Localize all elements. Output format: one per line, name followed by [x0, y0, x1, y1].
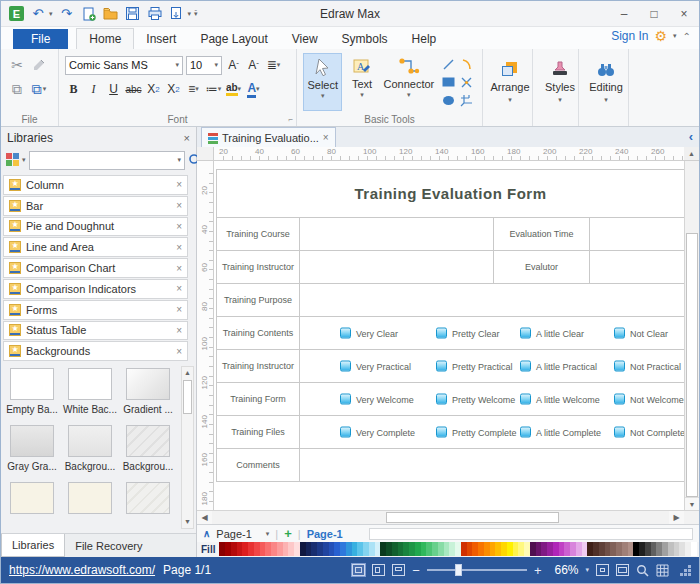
scroll-thumb[interactable]: [183, 380, 192, 414]
checkbox-icon[interactable]: [614, 394, 625, 405]
text-highlight-icon[interactable]: ab▾: [225, 80, 242, 99]
library-item-close-icon[interactable]: ×: [176, 325, 182, 336]
superscript-icon[interactable]: X2: [165, 80, 182, 99]
pagebar-scroll-track[interactable]: [369, 528, 693, 540]
font-dialog-launcher-icon[interactable]: ⌐: [288, 115, 293, 124]
library-item[interactable]: ★Line and Area×: [3, 237, 188, 257]
library-search-input[interactable]: [30, 154, 178, 166]
page-view-icon[interactable]: [372, 564, 385, 576]
subscript-icon[interactable]: X2: [145, 80, 162, 99]
zoom-in-icon[interactable]: +: [534, 563, 542, 578]
styles-button[interactable]: Styles▾: [539, 53, 581, 113]
form-title-row[interactable]: Training Evaluation Form: [217, 170, 684, 218]
form-input-cell[interactable]: [300, 251, 494, 283]
save-icon[interactable]: [125, 6, 141, 22]
library-item-close-icon[interactable]: ×: [176, 346, 182, 357]
library-item-close-icon[interactable]: ×: [176, 221, 182, 232]
tab-symbols[interactable]: Symbols: [330, 29, 400, 49]
shape-thumbnail[interactable]: [126, 425, 170, 457]
zoom-slider-thumb[interactable]: [455, 564, 462, 576]
align-icon[interactable]: ≣▾: [265, 56, 282, 75]
checkbox-icon[interactable]: [436, 328, 447, 339]
library-item-close-icon[interactable]: ×: [176, 283, 182, 294]
library-item[interactable]: ★Forms×: [3, 300, 188, 320]
paste-button[interactable]: ⧉ ▾: [32, 81, 47, 98]
expand-pages-icon[interactable]: ∧: [203, 528, 210, 539]
shape-thumbnail[interactable]: [10, 368, 54, 400]
magnifier-icon[interactable]: [636, 564, 649, 577]
bold-icon[interactable]: B: [65, 80, 82, 99]
document-tab-close-icon[interactable]: ×: [323, 132, 329, 143]
shape-item[interactable]: [9, 482, 55, 514]
arc-tool-icon[interactable]: [460, 58, 473, 71]
app-logo-icon[interactable]: E: [9, 6, 24, 21]
checkbox-icon[interactable]: [436, 394, 447, 405]
libraries-panel-close-icon[interactable]: ×: [184, 132, 190, 144]
scroll-down-icon[interactable]: ▼: [182, 516, 193, 528]
tab-file[interactable]: File: [13, 29, 68, 49]
presentation-view-icon[interactable]: [392, 564, 405, 576]
scroll-up-icon-canvas[interactable]: ▲: [684, 147, 699, 161]
normal-view-icon[interactable]: [352, 564, 365, 576]
checkbox-icon[interactable]: [340, 361, 351, 372]
format-painter-icon[interactable]: [32, 58, 46, 72]
checkbox-icon[interactable]: [520, 361, 531, 372]
checkbox-icon[interactable]: [614, 361, 625, 372]
maximize-button[interactable]: □: [639, 2, 669, 26]
form-input-cell[interactable]: [300, 284, 684, 316]
checkbox-icon[interactable]: [436, 361, 447, 372]
panel-tab-file-recovery[interactable]: File Recovery: [65, 534, 152, 557]
library-item[interactable]: ★Comparison Indicators×: [3, 279, 188, 299]
checkbox-icon[interactable]: [614, 427, 625, 438]
tab-home[interactable]: Home: [76, 28, 134, 49]
shape-thumbnail[interactable]: [10, 482, 54, 514]
checkbox-icon[interactable]: [340, 328, 351, 339]
close-button[interactable]: ×: [669, 2, 699, 26]
shape-thumbnail[interactable]: [10, 425, 54, 457]
library-item-close-icon[interactable]: ×: [176, 263, 182, 274]
sign-in-link[interactable]: Sign In: [611, 29, 648, 43]
font-size-select[interactable]: 10▾: [186, 56, 222, 75]
shape-item[interactable]: [67, 482, 113, 514]
undo-dropdown-caret[interactable]: ▾: [49, 10, 53, 18]
page-selector[interactable]: Page-1▾: [216, 528, 269, 540]
minimize-button[interactable]: –: [609, 2, 639, 26]
checkbox-icon[interactable]: [520, 427, 531, 438]
collapse-ribbon-icon[interactable]: ⌃: [683, 31, 691, 42]
line-tool-icon[interactable]: [442, 58, 455, 71]
panel-tab-libraries[interactable]: Libraries: [1, 534, 65, 557]
connector-tool-button[interactable]: Connector▾: [382, 53, 436, 111]
fit-page-icon[interactable]: [596, 564, 609, 576]
library-item-close-icon[interactable]: ×: [176, 304, 182, 315]
open-folder-icon[interactable]: [103, 6, 119, 22]
search-dropdown-caret[interactable]: ▾: [178, 156, 185, 164]
gear-icon[interactable]: ⚙: [655, 29, 668, 43]
active-page-tab[interactable]: Page-1: [307, 528, 343, 540]
shape-thumbnail[interactable]: [68, 368, 112, 400]
hscroll-right-icon[interactable]: ▶: [669, 511, 684, 524]
tab-page-layout[interactable]: Page Layout: [188, 29, 279, 49]
library-item[interactable]: ★Status Table×: [3, 321, 188, 341]
color-swatch[interactable]: [691, 542, 697, 556]
tab-help[interactable]: Help: [400, 29, 449, 49]
grid-icon[interactable]: [656, 564, 669, 577]
new-document-icon[interactable]: [81, 6, 97, 22]
shape-thumbnail[interactable]: [126, 482, 170, 514]
connection-point-tool-icon[interactable]: [460, 76, 473, 89]
bullets-icon[interactable]: ≔▾: [205, 80, 222, 99]
document-tab[interactable]: Training Evaluatio... ×: [201, 127, 336, 147]
hscroll-thumb[interactable]: [386, 512, 560, 523]
zoom-slider[interactable]: [427, 569, 527, 571]
checkbox-icon[interactable]: [520, 394, 531, 405]
library-menu-caret[interactable]: ▾: [22, 156, 26, 164]
form-input-cell[interactable]: [590, 251, 684, 283]
fit-width-icon[interactable]: [616, 564, 629, 576]
library-item-close-icon[interactable]: ×: [176, 200, 182, 211]
checkbox-icon[interactable]: [614, 328, 625, 339]
collapse-panel-icon[interactable]: ‹: [689, 129, 693, 144]
shape-item[interactable]: Backgrou...: [125, 425, 171, 480]
scroll-up-icon[interactable]: ▲: [182, 367, 193, 379]
library-item[interactable]: ★Backgrounds×: [3, 341, 188, 361]
vscroll-thumb[interactable]: [686, 233, 698, 497]
shape-item[interactable]: White Bac...: [67, 368, 113, 423]
